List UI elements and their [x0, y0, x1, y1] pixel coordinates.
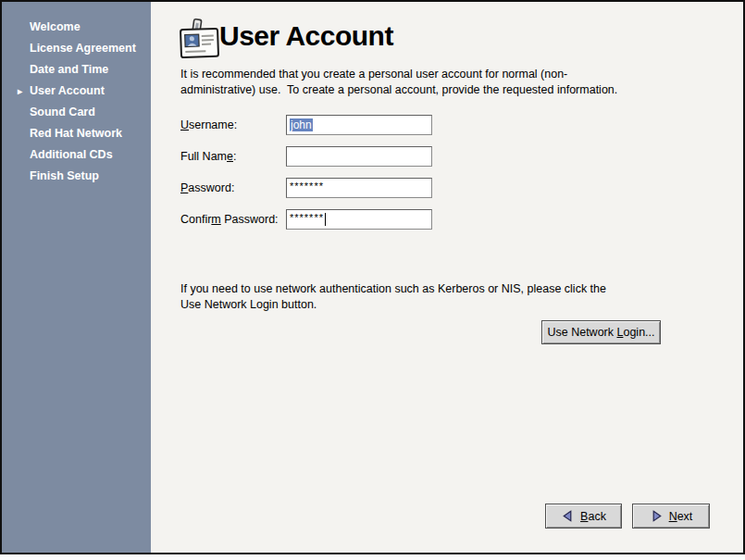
- next-button[interactable]: Next: [632, 504, 710, 529]
- full-name-row: Full Name:: [180, 145, 432, 167]
- text-caret: [325, 213, 326, 226]
- username-label: Username:: [180, 118, 286, 131]
- password-label: Password:: [180, 181, 286, 194]
- use-network-login-button[interactable]: Use Network Login...: [541, 320, 661, 344]
- network-auth-note: If you need to use network authenticatio…: [180, 281, 699, 312]
- password-input[interactable]: *******: [286, 178, 432, 198]
- main-content: User Account It is recommended that you …: [151, 2, 743, 553]
- page-title: User Account: [219, 20, 393, 52]
- active-step-arrow-icon: ▸: [18, 81, 22, 102]
- username-row: Username: john: [180, 114, 432, 135]
- sidebar-item-date-and-time[interactable]: Date and Time: [2, 59, 151, 81]
- sidebar-item-user-account[interactable]: ▸ User Account: [2, 81, 151, 102]
- id-card-icon: [178, 17, 221, 61]
- password-row: Password: *******: [180, 177, 432, 198]
- page-description: It is recommended that you create a pers…: [180, 67, 699, 97]
- masked-password-text: *******: [290, 180, 324, 192]
- wizard-steps-sidebar: Welcome License Agreement Date and Time …: [2, 2, 151, 553]
- username-input[interactable]: john: [286, 115, 432, 135]
- back-arrow-icon: [561, 509, 575, 523]
- sidebar-item-license-agreement[interactable]: License Agreement: [2, 38, 151, 59]
- sidebar-item-red-hat-network[interactable]: Red Hat Network: [2, 123, 151, 144]
- sidebar-item-sound-card[interactable]: Sound Card: [2, 102, 151, 123]
- sidebar-item-finish-setup[interactable]: Finish Setup: [2, 166, 151, 187]
- setup-agent-window: Welcome License Agreement Date and Time …: [0, 0, 745, 554]
- next-arrow-icon: [650, 509, 664, 523]
- confirm-password-label: Confirm Password:: [180, 213, 286, 226]
- confirm-password-input[interactable]: *******: [286, 209, 432, 230]
- window-bottom-edge: [0, 554, 745, 560]
- sidebar-item-additional-cds[interactable]: Additional CDs: [2, 144, 151, 166]
- back-button[interactable]: Back: [545, 504, 622, 529]
- selected-text: john: [290, 118, 313, 131]
- full-name-label: Full Name:: [180, 150, 286, 163]
- sidebar-item-welcome[interactable]: Welcome: [2, 17, 151, 38]
- full-name-input[interactable]: [286, 146, 432, 167]
- confirm-password-row: Confirm Password: *******: [180, 208, 432, 230]
- masked-password-text: *******: [290, 212, 324, 223]
